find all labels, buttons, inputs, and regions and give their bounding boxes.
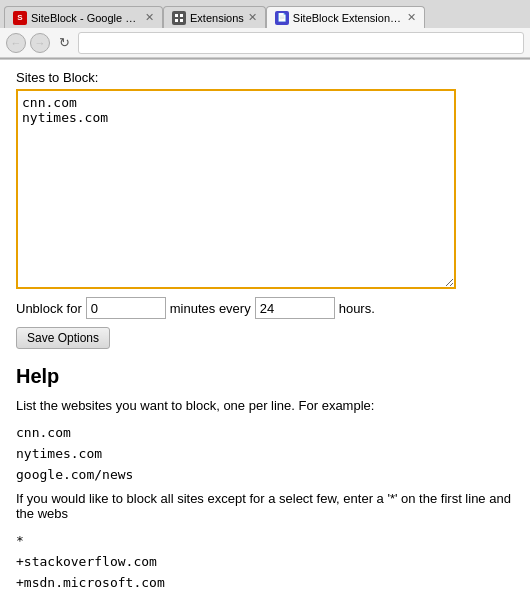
help-section: Help List the websites you want to block… xyxy=(16,365,514,593)
minutes-label: minutes every xyxy=(170,301,251,316)
svg-rect-3 xyxy=(180,19,183,22)
svg-rect-0 xyxy=(175,14,178,17)
help-wildcard-text: If you would like to block all sites exc… xyxy=(16,491,514,521)
refresh-button[interactable]: ↻ xyxy=(54,33,74,53)
hours-label: hours. xyxy=(339,301,375,316)
back-button[interactable]: ← xyxy=(6,33,26,53)
help-heading: Help xyxy=(16,365,514,388)
tab-siteblock-title: SiteBlock - Google Chrome ... xyxy=(31,12,141,24)
forward-button[interactable]: → xyxy=(30,33,50,53)
tab-options-close-icon[interactable]: ✕ xyxy=(407,11,416,24)
unblock-input[interactable] xyxy=(86,297,166,319)
help-intro: List the websites you want to block, one… xyxy=(16,398,514,413)
browser-chrome: S SiteBlock - Google Chrome ... ✕ Extens… xyxy=(0,0,530,59)
svg-rect-2 xyxy=(175,19,178,22)
help-wildcard-example: * +stackoverflow.com +msdn.microsoft.com xyxy=(16,531,514,593)
tab-extensions-close-icon[interactable]: ✕ xyxy=(248,11,257,24)
sites-textarea[interactable]: cnn.com nytimes.com xyxy=(16,89,456,289)
siteblock-favicon-icon: S xyxy=(13,11,27,25)
unblock-row: Unblock for minutes every hours. xyxy=(16,297,514,319)
browser-toolbar: ← → ↻ xyxy=(0,28,530,58)
svg-rect-1 xyxy=(180,14,183,17)
extensions-favicon-icon xyxy=(172,11,186,25)
tab-siteblock-close-icon[interactable]: ✕ xyxy=(145,11,154,24)
options-favicon-icon: 📄 xyxy=(275,11,289,25)
tab-extensions-title: Extensions xyxy=(190,12,244,24)
help-example-sites: cnn.com nytimes.com google.com/news xyxy=(16,423,514,485)
tab-bar: S SiteBlock - Google Chrome ... ✕ Extens… xyxy=(0,0,530,28)
sites-label: Sites to Block: xyxy=(16,70,514,85)
tab-options[interactable]: 📄 SiteBlock Extension Options ✕ xyxy=(266,6,425,28)
tab-siteblock[interactable]: S SiteBlock - Google Chrome ... ✕ xyxy=(4,6,163,28)
page-content: Sites to Block: cnn.com nytimes.com Unbl… xyxy=(0,60,530,593)
unblock-label: Unblock for xyxy=(16,301,82,316)
address-bar[interactable] xyxy=(78,32,524,54)
hours-input[interactable] xyxy=(255,297,335,319)
tab-options-title: SiteBlock Extension Options xyxy=(293,12,403,24)
tab-extensions[interactable]: Extensions ✕ xyxy=(163,6,266,28)
save-options-button[interactable]: Save Options xyxy=(16,327,110,349)
